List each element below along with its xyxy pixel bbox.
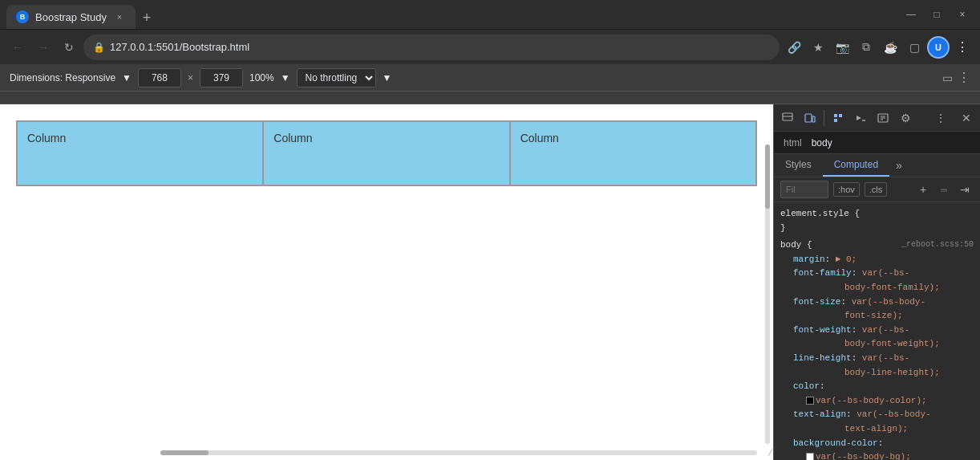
copy-style-button[interactable]: ⎓ bbox=[935, 181, 953, 198]
tab-styles[interactable]: Styles bbox=[774, 154, 823, 177]
reload-button[interactable]: ↻ bbox=[58, 36, 80, 59]
browser-window: B Boostrap Study × + — □ × ← → ↻ 🔒 127.0… bbox=[0, 0, 980, 460]
dimensions-label: Dimensions: Responsive bbox=[10, 72, 115, 83]
svg-rect-2 bbox=[805, 114, 812, 122]
css-line-height-line: line-height: var(--bs- bbox=[780, 352, 974, 366]
col-1-label: Column bbox=[27, 132, 66, 145]
sources-panel-button[interactable] bbox=[873, 108, 893, 128]
dimensions-dropdown-icon[interactable]: ▼ bbox=[122, 72, 132, 83]
toggle-style-button[interactable]: ⇥ bbox=[956, 181, 974, 198]
tab-favicon: B bbox=[16, 10, 29, 23]
settings-button[interactable]: ⚙ bbox=[895, 108, 916, 128]
svg-rect-5 bbox=[839, 114, 842, 117]
responsive-bar-right: ▭ ⋮ bbox=[942, 70, 970, 85]
css-text-align-line: text-align: var(--bs-body- bbox=[780, 408, 974, 422]
profile-button[interactable]: U bbox=[927, 36, 950, 59]
cursor-button[interactable]: ⧉ bbox=[855, 36, 877, 59]
toolbar-actions: 🔗 ★ 📷 ⧉ ☕ ▢ U ⋮ bbox=[783, 36, 974, 59]
css-text-align-cont: text-align); bbox=[780, 422, 974, 437]
throttle-select[interactable]: No throttling bbox=[297, 68, 376, 88]
address-bar[interactable]: 🔒 127.0.0.1:5501/Bootstrap.html bbox=[83, 35, 780, 60]
body-selector-line: body { _reboot.scss:50 bbox=[780, 238, 974, 253]
black-color-swatch[interactable] bbox=[806, 397, 814, 405]
devtools-breadcrumb: html body bbox=[774, 132, 980, 154]
close-button[interactable]: × bbox=[951, 3, 974, 26]
inspect-element-button[interactable] bbox=[777, 108, 798, 128]
add-style-rule-button[interactable]: + bbox=[914, 181, 932, 198]
css-font-family-line: font-family: var(--bs- bbox=[780, 267, 974, 281]
css-font-weight-cont: body-font-weight); bbox=[780, 337, 974, 352]
breadcrumb-html[interactable]: html bbox=[780, 136, 805, 150]
share-button[interactable]: 🔗 bbox=[783, 36, 805, 59]
horizontal-scrollbar[interactable] bbox=[160, 450, 757, 455]
css-content: element.style { } body { _reboot.scss:50 bbox=[774, 202, 980, 460]
devtools-subtabs: Styles Computed » bbox=[774, 154, 980, 177]
css-margin-line: margin: ► 0; bbox=[780, 253, 974, 267]
throttle-dropdown-icon[interactable]: ▼ bbox=[383, 72, 392, 83]
filter-input[interactable] bbox=[780, 181, 828, 198]
vertical-scrollbar-thumb[interactable] bbox=[765, 145, 770, 209]
new-tab-button[interactable]: + bbox=[136, 6, 158, 29]
subtab-more-button[interactable]: » bbox=[889, 154, 909, 177]
width-input[interactable] bbox=[138, 68, 181, 88]
css-font-family-cont: body-font-family); bbox=[780, 281, 974, 295]
responsive-bar-menu[interactable]: ⋮ bbox=[958, 70, 970, 85]
tab-title: Boostrap Study bbox=[35, 11, 107, 23]
browser-toolbar: ← → ↻ 🔒 127.0.0.1:5501/Bootstrap.html 🔗 … bbox=[0, 29, 980, 64]
more-tools-button[interactable]: ⋮ bbox=[930, 108, 951, 128]
devtools-panel: ⚙ ⋮ ✕ html body Styles Computed » bbox=[773, 104, 980, 460]
title-bar: B Boostrap Study × + — □ × bbox=[0, 0, 980, 29]
elements-panel-button[interactable] bbox=[828, 108, 848, 128]
height-input[interactable] bbox=[200, 68, 243, 88]
svg-marker-7 bbox=[856, 116, 861, 120]
bootstrap-row: Column Column Column bbox=[16, 120, 757, 186]
css-font-size-line: font-size: var(--bs-body- bbox=[780, 295, 974, 310]
toolbar-separator-1 bbox=[824, 110, 824, 126]
white-color-swatch[interactable] bbox=[806, 453, 814, 460]
devtools-toolbar: ⚙ ⋮ ✕ bbox=[774, 104, 980, 132]
sidebar-button[interactable]: ▢ bbox=[903, 36, 925, 59]
dimension-separator: × bbox=[188, 72, 193, 83]
devtools-content-area: html body Styles Computed » :hov .cls + bbox=[774, 132, 980, 460]
zoom-dropdown-icon[interactable]: ▼ bbox=[281, 72, 290, 83]
horizontal-scrollbar-thumb[interactable] bbox=[160, 450, 209, 455]
css-color-line: color: bbox=[780, 380, 974, 394]
hov-filter-button[interactable]: :hov bbox=[833, 182, 860, 197]
main-area: Column Column Column ∕ bbox=[0, 104, 980, 460]
element-style-selector: element.style { bbox=[780, 207, 974, 222]
breadcrumb-body[interactable]: body bbox=[808, 136, 836, 150]
title-bar-controls: — □ × bbox=[900, 3, 974, 26]
css-font-size-cont: font-size); bbox=[780, 309, 974, 324]
css-color-value: var(--bs-body-color); bbox=[780, 394, 974, 409]
css-line-height-cont: body-line-height); bbox=[780, 366, 974, 381]
ruler-track bbox=[0, 92, 980, 104]
bookmark-button[interactable]: ★ bbox=[807, 36, 829, 59]
tab-computed[interactable]: Computed bbox=[823, 154, 889, 177]
console-panel-button[interactable] bbox=[850, 108, 871, 128]
vertical-scrollbar[interactable] bbox=[765, 145, 770, 444]
maximize-button[interactable]: □ bbox=[925, 3, 948, 26]
screenshot-button[interactable]: 📷 bbox=[831, 36, 853, 59]
minimize-button[interactable]: — bbox=[900, 3, 922, 26]
element-style-close: } bbox=[780, 222, 974, 236]
back-button[interactable]: ← bbox=[6, 36, 29, 59]
bootstrap-col-1: Column bbox=[17, 121, 263, 185]
menu-button[interactable]: ⋮ bbox=[951, 36, 974, 59]
resize-handle[interactable]: ∕ bbox=[770, 447, 771, 458]
filter-actions: + ⎓ ⇥ bbox=[914, 181, 974, 198]
cls-filter-button[interactable]: .cls bbox=[865, 182, 888, 197]
url-text: 127.0.0.1:5501/Bootstrap.html bbox=[110, 41, 249, 53]
toggle-device-toolbar-button[interactable] bbox=[800, 108, 820, 128]
body-style-block: body { _reboot.scss:50 margin: ► 0; font… bbox=[774, 237, 980, 460]
devtools-close-button[interactable]: ✕ bbox=[956, 108, 977, 128]
browser-tab[interactable]: B Boostrap Study × bbox=[6, 5, 136, 29]
forward-button[interactable]: → bbox=[32, 36, 55, 59]
css-font-weight-line: font-weight: var(--bs- bbox=[780, 324, 974, 338]
css-background-color-line: background-color: bbox=[780, 437, 974, 451]
extensions-button[interactable]: ☕ bbox=[879, 36, 901, 59]
zoom-level[interactable]: 100% bbox=[249, 72, 274, 83]
ruler-icon[interactable]: ▭ bbox=[942, 71, 953, 84]
tab-close-button[interactable]: × bbox=[113, 10, 126, 23]
svg-rect-6 bbox=[834, 119, 837, 122]
col-3-label: Column bbox=[520, 132, 559, 145]
